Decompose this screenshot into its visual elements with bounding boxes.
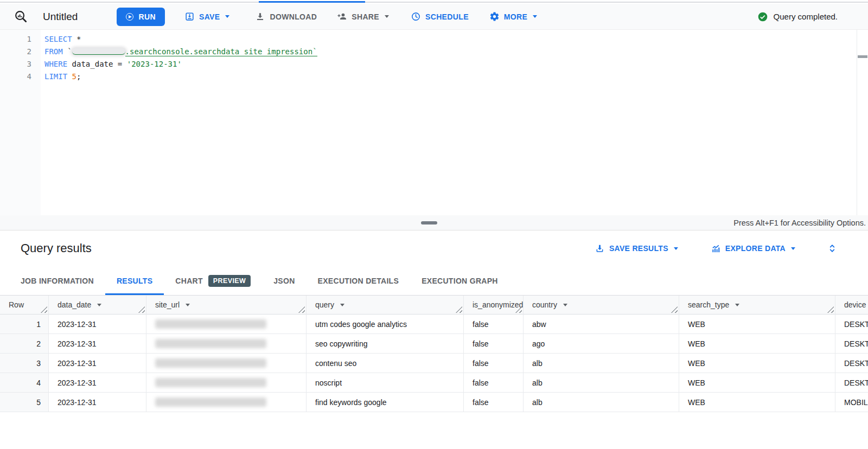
schedule-label: SCHEDULE: [425, 12, 469, 21]
editor-scrollbar-thumb[interactable]: [858, 55, 867, 58]
cell-country: alb: [524, 393, 679, 412]
column-header-label: Row: [9, 300, 24, 309]
editor-code[interactable]: SELECT *FROM `.searchconsole.searchdata_…: [41, 30, 868, 215]
tab-label: EXECUTION DETAILS: [318, 277, 399, 285]
query-status: Query completed.: [757, 11, 838, 22]
sql-editor[interactable]: 1234 SELECT *FROM `.searchconsole.search…: [0, 30, 868, 215]
redacted-site-url: [155, 339, 266, 348]
code-line[interactable]: WHERE data_date = '2023-12-31': [44, 58, 868, 70]
query-title[interactable]: Untitled: [43, 11, 78, 23]
tab-chart[interactable]: CHARTPREVIEW: [164, 266, 262, 295]
cell-row: 1: [0, 315, 49, 334]
cell-row: 5: [0, 393, 49, 412]
cell-is_anonymized: false: [464, 334, 524, 354]
code-token: data_date =: [67, 60, 127, 68]
code-token: ;: [76, 72, 81, 81]
column-header-search_type[interactable]: search_type: [679, 296, 835, 315]
column-header-row[interactable]: Row: [0, 296, 49, 315]
tab-execution-details[interactable]: EXECUTION DETAILS: [307, 266, 411, 295]
check-circle-icon: [757, 11, 768, 22]
more-button[interactable]: MORE: [489, 11, 537, 22]
column-resize-icon[interactable]: [41, 306, 47, 313]
code-line[interactable]: SELECT *: [44, 33, 868, 46]
collapse-results-button[interactable]: [827, 243, 838, 254]
tab-json[interactable]: JSON: [262, 266, 306, 295]
tab-label: CHART: [175, 277, 203, 285]
cell-search_type: WEB: [679, 393, 835, 412]
cell-query: contenu seo: [307, 354, 464, 373]
editor-tab-strip-edge: [0, 0, 868, 4]
column-header-label: device: [844, 300, 866, 309]
cell-row: 2: [0, 334, 49, 354]
save-box-arrow-icon: [184, 11, 195, 22]
column-resize-icon[interactable]: [671, 306, 678, 313]
cell-device: DESKTOP: [835, 315, 868, 334]
table-body: 12023-12-31utm codes google analyticsfal…: [0, 315, 868, 412]
schedule-button[interactable]: SCHEDULE: [411, 11, 469, 22]
save-label: SAVE: [199, 12, 220, 21]
code-token: [67, 72, 72, 81]
column-header-query[interactable]: query: [307, 296, 464, 315]
download-button[interactable]: DOWNLOAD: [255, 11, 317, 22]
chevron-down-icon: [225, 15, 229, 18]
cell-is_anonymized: false: [464, 354, 524, 373]
code-token: SELECT: [44, 35, 72, 43]
column-header-device[interactable]: device: [835, 296, 868, 315]
line-number: 1: [0, 33, 31, 46]
save-results-button[interactable]: SAVE RESULTS: [595, 243, 678, 254]
table-row[interactable]: 12023-12-31utm codes google analyticsfal…: [0, 315, 868, 334]
column-resize-icon[interactable]: [827, 306, 834, 313]
table-row[interactable]: 52023-12-31find keywords googlefalsealbW…: [0, 393, 868, 412]
play-circle-icon: [126, 13, 133, 21]
cell-data_date: 2023-12-31: [49, 334, 146, 354]
column-header-site_url[interactable]: site_url: [146, 296, 307, 315]
code-token: `: [63, 47, 72, 56]
cell-is_anonymized: false: [464, 373, 524, 393]
table-row[interactable]: 32023-12-31contenu seofalsealbWEBDESKTOP: [0, 354, 868, 373]
clock-icon: [411, 11, 421, 22]
tab-execution-graph[interactable]: EXECUTION GRAPH: [410, 266, 509, 295]
column-header-data_date[interactable]: data_date: [49, 296, 146, 315]
explore-data-button[interactable]: EXPLORE DATA: [711, 243, 795, 254]
query-editor-icon: [14, 9, 28, 24]
code-line[interactable]: FROM `.searchconsole.searchdata_site_imp…: [44, 46, 868, 58]
table-row[interactable]: 42023-12-31noscriptfalsealbWEBDESKTOP: [0, 373, 868, 393]
tab-results[interactable]: RESULTS: [105, 266, 164, 295]
tab-job-information[interactable]: JOB INFORMATION: [9, 266, 105, 295]
cell-country: alb: [524, 354, 679, 373]
splitter-drag-handle[interactable]: [421, 221, 437, 224]
run-label: RUN: [138, 12, 156, 21]
code-token: 5: [72, 72, 76, 81]
column-header-is_anonymized[interactable]: is_anonymized: [464, 296, 524, 315]
cell-query: utm codes google analytics: [307, 315, 464, 334]
table-reference-link[interactable]: .searchconsole.searchdata_site_impressio…: [125, 47, 317, 56]
column-resize-icon[interactable]: [298, 306, 305, 313]
code-line[interactable]: LIMIT 5;: [44, 70, 868, 83]
redacted-project-id: [72, 48, 125, 55]
cell-search_type: WEB: [679, 354, 835, 373]
code-token: '2023-12-31': [127, 60, 182, 68]
chevron-down-icon: [674, 247, 678, 250]
download-arrow-icon: [255, 11, 265, 22]
share-label: SHARE: [352, 12, 379, 21]
column-resize-icon[interactable]: [456, 306, 462, 313]
redacted-site-url: [155, 358, 266, 368]
code-token: WHERE: [44, 60, 67, 68]
run-button[interactable]: RUN: [117, 8, 165, 26]
table-row[interactable]: 22023-12-31seo copywritingfalseagoWEBDES…: [0, 334, 868, 354]
cell-device: DESKTOP: [835, 334, 868, 354]
share-button[interactable]: SHARE: [337, 11, 389, 22]
save-button[interactable]: SAVE: [184, 11, 230, 22]
cell-site_url: [146, 334, 307, 354]
column-resize-icon[interactable]: [138, 306, 145, 313]
line-number: 3: [0, 58, 31, 70]
preview-badge: PREVIEW: [208, 275, 251, 287]
cell-site_url: [146, 393, 307, 412]
download-label: DOWNLOAD: [270, 12, 317, 21]
column-header-country[interactable]: country: [524, 296, 679, 315]
column-header-label: search_type: [688, 300, 729, 309]
query-status-text: Query completed.: [774, 12, 838, 21]
caret-down-icon: [735, 304, 739, 306]
cell-is_anonymized: false: [464, 315, 524, 334]
editor-gutter: 1234: [0, 30, 41, 215]
